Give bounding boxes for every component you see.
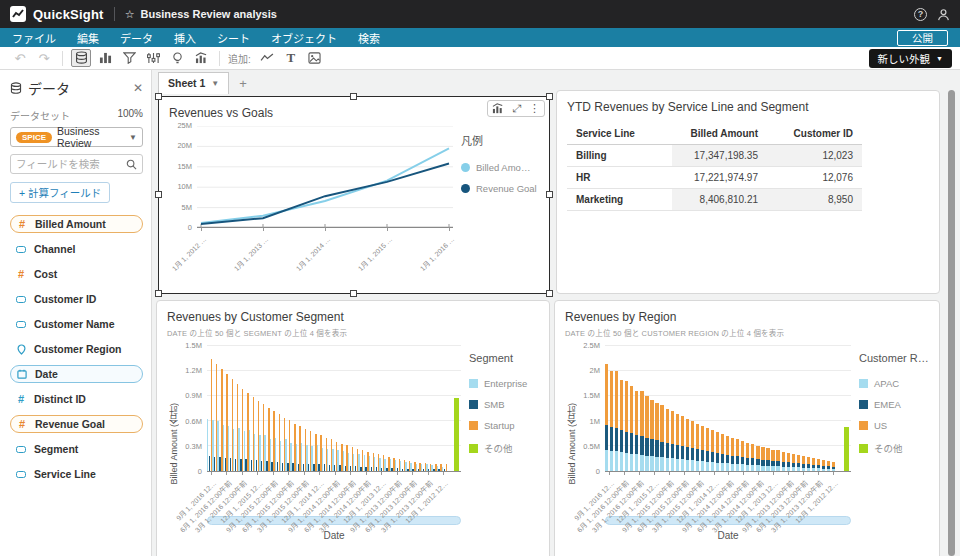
field-customer-name[interactable]: Customer Name bbox=[10, 315, 143, 333]
menu-file[interactable]: ファイル bbox=[12, 30, 56, 46]
menu-edit[interactable]: 編集 bbox=[77, 30, 99, 46]
field-search-input[interactable] bbox=[16, 158, 126, 170]
stacked-bar bbox=[832, 462, 835, 471]
pivot-table: Service LineBilled AmountCustomer IDBill… bbox=[567, 123, 862, 211]
resize-handle[interactable] bbox=[546, 191, 553, 198]
data-panel-icon[interactable] bbox=[71, 49, 91, 67]
legend-item[interactable]: その他 bbox=[469, 441, 539, 455]
legend-item[interactable]: Billed Amo… bbox=[461, 162, 539, 173]
legend-item[interactable]: EMEA bbox=[859, 399, 929, 410]
field-billed-amount[interactable]: # Billed Amount bbox=[10, 215, 143, 233]
star-icon[interactable]: ☆ bbox=[125, 8, 135, 21]
resize-handle[interactable] bbox=[546, 93, 553, 100]
resize-handle[interactable] bbox=[350, 93, 357, 100]
resize-handle[interactable] bbox=[546, 290, 553, 297]
themes-icon[interactable] bbox=[191, 49, 211, 67]
close-icon[interactable]: ✕ bbox=[133, 81, 143, 95]
user-icon[interactable] bbox=[937, 8, 950, 21]
resize-handle[interactable] bbox=[155, 290, 162, 297]
legend-label: Enterprise bbox=[484, 378, 527, 389]
string-icon bbox=[14, 321, 28, 328]
field-customer-region[interactable]: Customer Region bbox=[10, 340, 143, 358]
resize-handle[interactable] bbox=[155, 93, 162, 100]
resize-handle[interactable] bbox=[155, 191, 162, 198]
new-look-button[interactable]: 新しい外観 ▼ bbox=[869, 49, 952, 68]
add-visual-icon[interactable] bbox=[257, 49, 277, 67]
visual-title: Revenues by Customer Segment bbox=[167, 310, 539, 324]
table-row[interactable]: Marketing8,406,810.218,950 bbox=[567, 189, 862, 211]
search-icon bbox=[126, 159, 137, 170]
string-icon bbox=[14, 246, 28, 253]
calculated-field-button[interactable]: + 計算フィールド bbox=[10, 182, 110, 203]
data-panel: データ ✕ データセット 100% SPICE Business Review … bbox=[0, 70, 152, 556]
stacked-bar bbox=[691, 421, 694, 471]
visual-revenues-by-customer-segment[interactable]: Revenues by Customer Segment DATE の上位 50… bbox=[156, 300, 550, 556]
add-sheet-button[interactable]: + bbox=[239, 76, 247, 94]
dataset-select[interactable]: SPICE Business Review ▼ bbox=[10, 127, 143, 147]
legend-item[interactable]: US bbox=[859, 420, 929, 431]
legend-label: Revenue Goal bbox=[476, 183, 537, 194]
legend-swatch bbox=[859, 421, 868, 430]
measure-icon: # bbox=[15, 418, 29, 430]
menu-insert[interactable]: 挿入 bbox=[174, 30, 196, 46]
format-visual-icon[interactable] bbox=[492, 103, 504, 114]
menu-sheet[interactable]: シート bbox=[217, 30, 250, 46]
filter-icon[interactable] bbox=[119, 49, 139, 67]
quicksight-logo-icon[interactable] bbox=[10, 6, 26, 22]
maximize-icon[interactable]: ⤢ bbox=[512, 103, 521, 114]
stacked-bar bbox=[827, 461, 830, 472]
column-header[interactable]: Billed Amount bbox=[672, 123, 767, 145]
field-distinct-id[interactable]: # Distinct ID bbox=[10, 390, 143, 408]
column-header[interactable]: Customer ID bbox=[767, 123, 862, 145]
vertical-scrollbar[interactable] bbox=[948, 90, 955, 556]
field-service-line[interactable]: Service Line bbox=[10, 465, 143, 483]
legend-swatch bbox=[469, 421, 478, 430]
publish-button[interactable]: 公開 bbox=[897, 30, 948, 46]
add-text-icon[interactable]: T bbox=[281, 49, 301, 67]
visual-revenues-by-region[interactable]: Revenues by Region DATE の上位 50 個と CUSTOM… bbox=[554, 300, 940, 556]
legend-item[interactable]: Startup bbox=[469, 420, 539, 431]
legend-item[interactable]: Enterprise bbox=[469, 378, 539, 389]
menu-data[interactable]: データ bbox=[120, 30, 153, 46]
insights-icon[interactable] bbox=[167, 49, 187, 67]
y-axis-ticks: 00.3M0.6M0.9M1.2M1.5M bbox=[179, 346, 207, 472]
sheet-canvas: Sheet 1 ▼ + ⤢ ⋮ bbox=[152, 70, 960, 556]
menu-object[interactable]: オブジェクト bbox=[271, 30, 337, 46]
help-icon[interactable]: ? bbox=[914, 8, 927, 21]
legend-label: EMEA bbox=[874, 399, 901, 410]
legend-item[interactable]: APAC bbox=[859, 378, 929, 389]
field-search[interactable] bbox=[10, 154, 143, 174]
kebab-menu-icon[interactable]: ⋮ bbox=[529, 103, 540, 114]
legend-item[interactable]: SMB bbox=[469, 399, 539, 410]
visualize-icon[interactable] bbox=[95, 49, 115, 67]
app-name: QuickSight bbox=[33, 7, 104, 22]
field-revenue-goal[interactable]: # Revenue Goal bbox=[10, 415, 143, 433]
legend-label: Startup bbox=[484, 420, 515, 431]
menu-search[interactable]: 検索 bbox=[358, 30, 380, 46]
field-date[interactable]: Date bbox=[10, 365, 143, 383]
field-label: Billed Amount bbox=[35, 218, 106, 230]
visual-ytd-revenues-table[interactable]: YTD Revenues by Service Line and Segment… bbox=[556, 90, 940, 294]
stacked-bar bbox=[802, 456, 805, 471]
tab-sheet1[interactable]: Sheet 1 ▼ bbox=[158, 72, 229, 94]
field-channel[interactable]: Channel bbox=[10, 240, 143, 258]
table-row[interactable]: Billing17,347,198.3512,023 bbox=[567, 145, 862, 167]
stacked-bar bbox=[817, 459, 820, 472]
resize-handle[interactable] bbox=[350, 290, 357, 297]
legend-item[interactable]: Revenue Goal bbox=[461, 183, 539, 194]
redo-icon[interactable]: ↷ bbox=[34, 49, 54, 67]
add-image-icon[interactable] bbox=[305, 49, 325, 67]
column-header[interactable]: Service Line bbox=[567, 123, 672, 145]
database-icon bbox=[10, 82, 22, 95]
field-segment[interactable]: Segment bbox=[10, 440, 143, 458]
field-cost[interactable]: # Cost bbox=[10, 265, 143, 283]
legend-item[interactable]: その他 bbox=[859, 441, 929, 455]
field-customer-id[interactable]: Customer ID bbox=[10, 290, 143, 308]
parameters-icon[interactable] bbox=[143, 49, 163, 67]
legend-swatch bbox=[859, 444, 868, 453]
legend-title: 凡例 bbox=[461, 132, 539, 148]
visual-revenues-vs-goals[interactable]: ⤢ ⋮ Revenues vs Goals 05M10M15M20M25M 1月… bbox=[158, 96, 550, 294]
number-icon: # bbox=[14, 393, 28, 405]
table-row[interactable]: HR17,221,974.9712,076 bbox=[567, 167, 862, 189]
undo-icon[interactable]: ↶ bbox=[10, 49, 30, 67]
